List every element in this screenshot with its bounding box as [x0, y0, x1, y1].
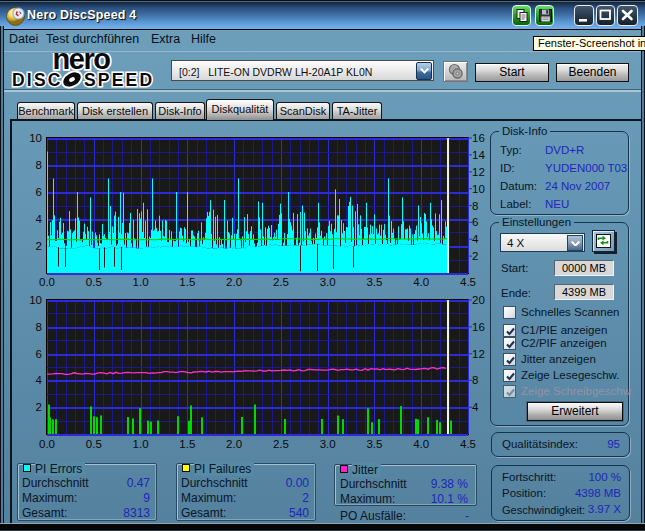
svg-text:4.5: 4.5: [460, 276, 476, 288]
svg-text:6: 6: [36, 186, 42, 198]
svg-text:16: 16: [472, 132, 485, 144]
svg-text:4: 4: [472, 233, 479, 245]
svg-text:1.0: 1.0: [133, 276, 149, 288]
svg-text:6: 6: [472, 216, 478, 228]
svg-text:2.5: 2.5: [273, 438, 289, 450]
svg-text:3.0: 3.0: [320, 276, 336, 288]
svg-text:10: 10: [29, 294, 42, 306]
svg-text:3.5: 3.5: [366, 438, 382, 450]
svg-text:8: 8: [472, 200, 478, 212]
svg-text:14: 14: [472, 149, 485, 161]
svg-text:0.0: 0.0: [39, 438, 55, 450]
svg-text:4: 4: [472, 401, 479, 413]
svg-text:0.5: 0.5: [86, 438, 102, 450]
svg-text:2.0: 2.0: [226, 438, 242, 450]
svg-text:4: 4: [36, 213, 43, 225]
svg-text:8: 8: [36, 321, 42, 333]
svg-text:2: 2: [36, 401, 42, 413]
svg-text:8: 8: [472, 374, 478, 386]
svg-text:16: 16: [472, 321, 485, 333]
svg-text:4.5: 4.5: [460, 438, 476, 450]
svg-text:6: 6: [36, 348, 42, 360]
svg-text:12: 12: [472, 166, 485, 178]
svg-text:3.5: 3.5: [366, 276, 382, 288]
svg-text:2: 2: [36, 240, 42, 252]
svg-text:12: 12: [472, 348, 485, 360]
svg-text:4.0: 4.0: [413, 438, 429, 450]
svg-text:20: 20: [472, 294, 485, 306]
svg-text:4: 4: [36, 374, 43, 386]
svg-text:1.0: 1.0: [133, 438, 149, 450]
svg-text:1.5: 1.5: [179, 276, 195, 288]
svg-text:0.5: 0.5: [86, 276, 102, 288]
svg-text:10: 10: [29, 132, 42, 144]
svg-text:1.5: 1.5: [179, 438, 195, 450]
svg-text:3.0: 3.0: [320, 438, 336, 450]
svg-text:2.5: 2.5: [273, 276, 289, 288]
svg-text:10: 10: [472, 183, 485, 195]
svg-text:4.0: 4.0: [413, 276, 429, 288]
svg-text:8: 8: [36, 159, 42, 171]
svg-text:0.0: 0.0: [39, 276, 55, 288]
svg-text:2: 2: [472, 250, 478, 262]
svg-text:2.0: 2.0: [226, 276, 242, 288]
